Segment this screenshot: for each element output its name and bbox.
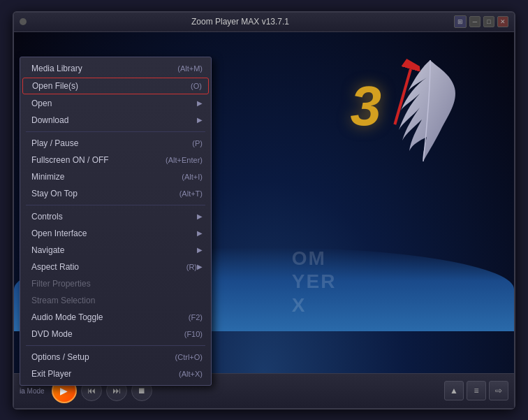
- menu-label-open: Open: [31, 99, 197, 108]
- menu-shortcut-stay-on-top: (Alt+T): [179, 189, 203, 198]
- menu-shortcut-options-setup: (Ctrl+O): [175, 353, 203, 361]
- window-title: Zoom Player MAX v13.7.1: [27, 17, 454, 27]
- menu-label-exit-player: Exit Player: [31, 369, 179, 379]
- menu-shortcut-play-pause: (P): [192, 139, 203, 147]
- menu-shortcut-minimize: (Alt+I): [182, 173, 203, 181]
- menu-label-open-files: Open File(s): [32, 81, 191, 91]
- menu-item-minimize[interactable]: Minimize(Alt+I): [20, 168, 211, 185]
- menu-arrow-open-interface: ▶: [197, 229, 203, 237]
- menu-shortcut-exit-player: (Alt+X): [179, 370, 203, 378]
- menu-item-exit-player[interactable]: Exit Player(Alt+X): [20, 365, 211, 382]
- title-bar-controls: ⊞ ─ □ ✕: [454, 15, 508, 28]
- menu-label-filter-properties: Filter Properties: [31, 279, 203, 289]
- title-bar-left: [20, 18, 27, 25]
- context-menu: Media Library(Alt+M)Open File(s)(O)Open▶…: [20, 57, 212, 386]
- menu-shortcut-fullscreen: (Alt+Enter): [166, 156, 203, 164]
- menu-label-fullscreen: Fullscreen ON / OFF: [31, 155, 166, 165]
- menu-shortcut-audio-mode: (F2): [189, 313, 203, 321]
- menu-item-open[interactable]: Open▶: [20, 95, 211, 112]
- menu-label-download: Download: [31, 115, 197, 125]
- menu-item-filter-properties: Filter Properties: [20, 275, 211, 292]
- menu-label-audio-mode: Audio Mode Toggle: [31, 312, 189, 322]
- menu-shortcut-aspect-ratio: (R): [186, 263, 197, 271]
- minimize-button[interactable]: ─: [469, 16, 481, 27]
- up-button[interactable]: ▲: [444, 381, 464, 400]
- menu-item-aspect-ratio[interactable]: Aspect Ratio(R)▶: [20, 259, 211, 275]
- video-text-overlay: OM YER X: [292, 247, 337, 317]
- maximize-button[interactable]: □: [483, 16, 494, 27]
- menu-item-navigate[interactable]: Navigate▶: [20, 242, 211, 259]
- special-button[interactable]: ⊞: [454, 15, 467, 28]
- menu-arrow-aspect-ratio: ▶: [197, 263, 203, 270]
- separator-after-stay-on-top: [26, 205, 205, 205]
- menu-item-stream-selection: Stream Selection: [20, 292, 211, 309]
- right-controls: ▲ ≡ ⇨: [444, 381, 508, 400]
- menu-arrow-open: ▶: [197, 99, 203, 107]
- menu-item-options-setup[interactable]: Options / Setup(Ctrl+O): [20, 349, 211, 365]
- separator-after-dvd-mode: [26, 345, 205, 346]
- menu-item-dvd-mode[interactable]: DVD Mode(F10): [20, 326, 211, 342]
- menu-item-media-library[interactable]: Media Library(Alt+M): [20, 60, 211, 77]
- media-mode-label: ia Mode: [20, 387, 45, 395]
- menu-item-open-files[interactable]: Open File(s)(O): [22, 78, 209, 94]
- menu-label-stay-on-top: Stay On Top: [31, 189, 179, 198]
- menu-arrow-download: ▶: [197, 116, 203, 124]
- player-body: 3: [14, 32, 514, 373]
- title-bar: Zoom Player MAX v13.7.1 ⊞ ─ □ ✕: [14, 13, 514, 32]
- menu-arrow-controls: ▶: [197, 212, 203, 220]
- player-window: Zoom Player MAX v13.7.1 ⊞ ─ □ ✕ 3: [13, 11, 515, 410]
- window-icon: [20, 18, 27, 25]
- menu-item-controls[interactable]: Controls▶: [20, 208, 211, 225]
- menu-item-play-pause[interactable]: Play / Pause(P): [20, 135, 211, 152]
- menu-shortcut-media-library: (Alt+M): [177, 64, 203, 73]
- menu-item-open-interface[interactable]: Open Interface▶: [20, 225, 211, 242]
- menu-item-stay-on-top[interactable]: Stay On Top(Alt+T): [20, 185, 211, 202]
- menu-label-open-interface: Open Interface: [31, 229, 197, 238]
- menu-label-stream-selection: Stream Selection: [31, 296, 203, 305]
- eq-button[interactable]: ≡: [467, 381, 486, 400]
- menu-shortcut-dvd-mode: (F10): [184, 330, 203, 338]
- menu-shortcut-open-files: (O): [191, 82, 202, 90]
- separator-after-download: [26, 131, 205, 132]
- menu-label-media-library: Media Library: [31, 64, 177, 73]
- menu-item-download[interactable]: Download▶: [20, 112, 211, 129]
- menu-label-play-pause: Play / Pause: [31, 138, 192, 148]
- close-button[interactable]: ✕: [497, 16, 508, 27]
- menu-arrow-navigate: ▶: [197, 246, 203, 254]
- menu-item-fullscreen[interactable]: Fullscreen ON / OFF(Alt+Enter): [20, 152, 211, 168]
- menu-label-minimize: Minimize: [31, 172, 182, 182]
- list-button[interactable]: ⇨: [489, 381, 508, 400]
- menu-label-navigate: Navigate: [31, 245, 197, 255]
- menu-label-controls: Controls: [31, 212, 197, 222]
- svg-line-1: [383, 68, 423, 124]
- menu-label-options-setup: Options / Setup: [31, 352, 175, 362]
- menu-item-audio-mode[interactable]: Audio Mode Toggle(F2): [20, 309, 211, 326]
- menu-label-aspect-ratio: Aspect Ratio: [31, 262, 186, 272]
- menu-label-dvd-mode: DVD Mode: [31, 329, 184, 339]
